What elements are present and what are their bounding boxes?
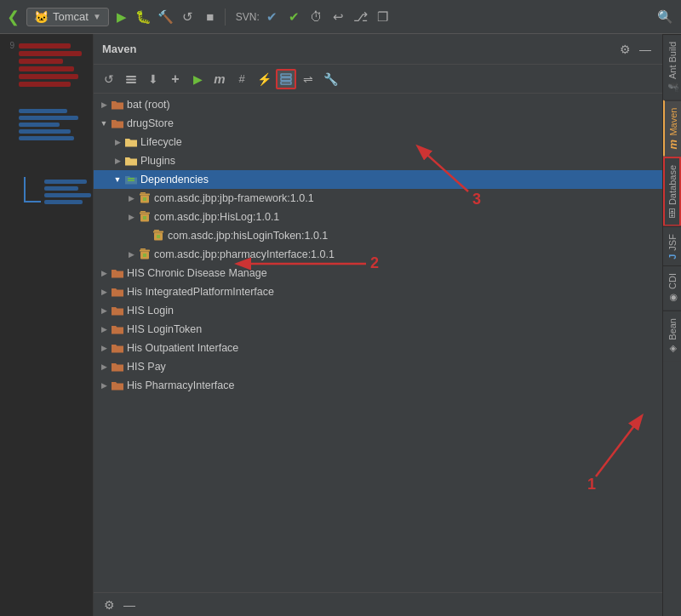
tree-item-his-logintoken[interactable]: ▶ HIS LoginToken: [94, 320, 662, 339]
tree-label-his-outpatient: His Outpatient Interface: [127, 342, 238, 354]
run-icon[interactable]: ▶: [187, 69, 208, 89]
line-numbers: 9: [2, 37, 17, 613]
tree-label-his-chronic: HIS Chronic Disease Manage: [127, 267, 267, 279]
lightning-icon[interactable]: ⚡: [254, 69, 274, 89]
ant-icon: 🐜: [667, 83, 678, 94]
dep-folder-icon: [124, 173, 138, 186]
reload-button[interactable]: ↺: [179, 8, 197, 26]
wrench-icon[interactable]: 🔧: [320, 69, 340, 89]
tree-label-his-pharmacy: His PharmacyInterface: [127, 379, 234, 391]
run-button[interactable]: ▶: [112, 8, 131, 26]
tree-item-dep3[interactable]: ▶ com.asdc.jbp:hisLoginToken:1.0.1: [94, 226, 662, 245]
folder-icon-his-pharmacy: [111, 379, 124, 392]
svg-rect-23: [140, 248, 146, 250]
tree-item-drugstore[interactable]: ▼ drugStore: [94, 114, 662, 133]
sort-icon[interactable]: ⇌: [298, 69, 318, 89]
sidebar-tab-maven[interactable]: m Maven: [663, 100, 681, 157]
add-icon[interactable]: +: [165, 69, 186, 89]
tree-label-dep4: com.asdc.jbp:pharmacyInterface:1.0.1: [154, 248, 335, 260]
maven-tree[interactable]: ▶ bat (root) ▼ drugStore ▶: [94, 94, 662, 592]
search-button[interactable]: 🔍: [655, 8, 674, 26]
show-deps-icon[interactable]: [276, 69, 296, 89]
svg-rect-19: [153, 231, 163, 233]
tree-label-plugins: Plugins: [140, 155, 175, 167]
folder-icon-his-pay: [111, 360, 124, 374]
dropdown-arrow-icon: ▼: [93, 12, 101, 21]
folder-icon-his-logintoken: [111, 322, 124, 336]
tree-item-his-pay[interactable]: ▶ HIS Pay: [94, 357, 662, 376]
tree-item-dep2[interactable]: ▶ com.asdc.jbp:HisLog:1.0.1: [94, 208, 662, 226]
folder-icon-his-login: [111, 304, 124, 317]
svg-rect-0: [126, 76, 136, 77]
tree-label-dep3: com.asdc.jbp:hisLoginToken:1.0.1: [168, 230, 328, 242]
tomcat-label: Tomcat: [53, 10, 89, 23]
hash-icon[interactable]: #: [232, 69, 252, 89]
tree-item-his-login[interactable]: ▶ HIS Login: [94, 301, 662, 320]
tree-item-dependencies[interactable]: ▼ Dependencies: [94, 170, 662, 189]
database-icon: 🗄: [667, 208, 678, 218]
back-arrow-icon[interactable]: ❮: [7, 8, 20, 26]
folder-icon-his-outpatient: [111, 341, 124, 355]
tree-item-bat[interactable]: ▶ bat (root): [94, 95, 662, 114]
arrow-lifecycle: ▶: [111, 138, 124, 146]
tree-item-his-chronic[interactable]: ▶ HIS Chronic Disease Manage: [94, 264, 662, 282]
jsf-icon: J: [667, 254, 678, 259]
sidebar-tab-ant-build[interactable]: 🐜 Ant Build: [663, 34, 681, 100]
refresh-icon[interactable]: ↺: [99, 69, 119, 89]
svn-window-icon[interactable]: ❐: [374, 8, 392, 26]
svg-rect-13: [140, 211, 146, 213]
svg-rect-2: [126, 82, 136, 83]
arrow-his-logintoken: ▶: [97, 325, 111, 334]
svn-branch-icon[interactable]: ⎇: [352, 8, 370, 26]
maven-collapse-icon[interactable]: —: [637, 41, 654, 58]
download-icon[interactable]: ⬇: [143, 69, 163, 89]
jar-icon-dep4: [138, 248, 152, 261]
svg-rect-25: [140, 252, 149, 260]
top-toolbar: ❮ 🐱 Tomcat ▼ ▶ 🐛 🔨 ↺ ■ SVN: ✔ ✔ ⏱ ↩ ⎇ ❐ …: [0, 0, 681, 34]
tree-item-dep4[interactable]: ▶ com.asdc.jbp:pharmacyInterface:1.0.1: [94, 245, 662, 264]
tree-item-his-pharmacy[interactable]: ▶ His PharmacyInterface: [94, 376, 662, 395]
stop-button[interactable]: ■: [201, 8, 220, 26]
open-settings-icon[interactable]: [121, 69, 141, 89]
svn-clock-icon[interactable]: ⏱: [307, 8, 326, 26]
maven-settings-icon[interactable]: ⚙: [616, 41, 633, 58]
m-icon[interactable]: m: [209, 69, 230, 89]
svn-check-green[interactable]: ✔: [285, 8, 304, 26]
sidebar-tab-database[interactable]: 🗄 Database: [663, 157, 681, 226]
svn-label: SVN:: [236, 11, 260, 23]
folder-icon-his-integrated: [111, 285, 124, 299]
right-sidebar: 🐜 Ant Build m Maven 🗄 Database J JSF ◉ C…: [662, 34, 681, 616]
arrow-bat: ▶: [97, 100, 111, 109]
svn-check-blue[interactable]: ✔: [263, 8, 282, 26]
folder-icon-drugstore: [111, 117, 124, 130]
arrow-dep2: ▶: [124, 213, 138, 221]
jar-icon-dep1: [138, 191, 152, 205]
footer-minus-icon[interactable]: —: [121, 596, 138, 613]
arrow-drugstore: ▼: [97, 119, 111, 128]
svg-rect-9: [140, 194, 150, 196]
folder-icon-bat: [111, 98, 124, 111]
sidebar-tab-jsf[interactable]: J JSF: [663, 226, 681, 266]
sidebar-tab-bean[interactable]: ◈ Bean: [663, 311, 681, 362]
tree-item-his-integrated[interactable]: ▶ His IntegratedPlatformInterface: [94, 282, 662, 301]
tree-label-drugstore: drugStore: [127, 117, 174, 129]
build-button[interactable]: 🔨: [157, 8, 175, 26]
arrow-plugins: ▶: [111, 157, 124, 165]
tree-item-his-outpatient[interactable]: ▶ His Outpatient Interface: [94, 339, 662, 357]
svg-rect-15: [140, 214, 149, 222]
arrow-his-outpatient: ▶: [97, 344, 111, 352]
svg-rect-6: [128, 178, 134, 180]
debug-button[interactable]: 🐛: [134, 8, 153, 26]
tree-item-lifecycle[interactable]: ▶ Lifecycle: [94, 133, 662, 151]
maven-title: Maven: [102, 43, 613, 55]
jar-icon-dep2: [138, 210, 152, 224]
tree-item-plugins[interactable]: ▶ Plugins: [94, 151, 662, 170]
footer-settings-icon[interactable]: ⚙: [100, 596, 117, 613]
sidebar-tab-cdi[interactable]: ◉ CDI: [663, 265, 681, 311]
tomcat-button[interactable]: 🐱 Tomcat ▼: [26, 8, 109, 26]
svg-rect-14: [140, 213, 150, 214]
svg-rect-5: [281, 82, 291, 84]
folder-icon-plugins: [124, 154, 138, 168]
tree-item-dep1[interactable]: ▶ com.asdc.jbp:jbp-framework:1.0.1: [94, 189, 662, 208]
svn-undo-icon[interactable]: ↩: [329, 8, 348, 26]
